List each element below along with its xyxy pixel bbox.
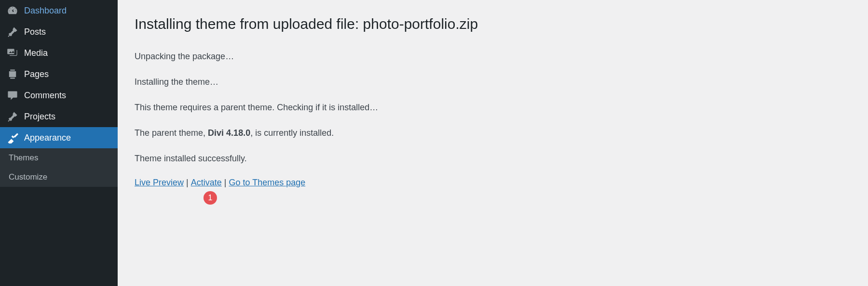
activate-link[interactable]: Activate	[191, 178, 222, 187]
go-themes-link[interactable]: Go to Themes page	[229, 178, 305, 187]
sidebar-item-appearance[interactable]: Appearance	[0, 127, 118, 148]
comments-icon	[7, 90, 18, 101]
submenu-item-label: Themes	[9, 153, 38, 162]
pin-icon	[7, 26, 18, 38]
dashboard-icon	[7, 5, 18, 16]
page-title: Installing theme from uploaded file: pho…	[135, 14, 851, 33]
admin-sidebar: Dashboard Posts Media Pages Comments Pro…	[0, 0, 118, 286]
submenu-item-customize[interactable]: Customize	[0, 168, 118, 187]
status-success: Theme installed successfully.	[135, 152, 851, 165]
sidebar-item-label: Pages	[24, 69, 49, 79]
status-parent-installed: The parent theme, Divi 4.18.0, is curren…	[135, 127, 851, 140]
appearance-icon	[7, 132, 18, 143]
status-installing: Installing the theme…	[135, 76, 851, 89]
sidebar-item-projects[interactable]: Projects	[0, 106, 118, 127]
sidebar-item-label: Appearance	[24, 133, 71, 143]
sidebar-item-label: Projects	[24, 112, 55, 122]
annotation-badge: 1	[203, 191, 217, 205]
sidebar-item-dashboard[interactable]: Dashboard	[0, 0, 118, 21]
status-parent-check: This theme requires a parent theme. Chec…	[135, 101, 851, 114]
pin-icon	[7, 111, 18, 122]
sidebar-item-posts[interactable]: Posts	[0, 21, 118, 42]
sidebar-item-label: Dashboard	[24, 6, 67, 16]
submenu-item-themes[interactable]: Themes	[0, 148, 118, 168]
live-preview-link[interactable]: Live Preview	[135, 178, 184, 187]
sidebar-item-comments[interactable]: Comments	[0, 85, 118, 106]
pages-icon	[7, 68, 18, 80]
parent-theme-name: Divi 4.18.0	[208, 128, 250, 138]
action-links: Live Preview|Activate|Go to Themes page …	[135, 178, 851, 188]
sidebar-submenu: Themes Customize	[0, 148, 118, 187]
sidebar-item-label: Media	[24, 48, 48, 58]
submenu-item-label: Customize	[9, 172, 47, 182]
sidebar-item-label: Comments	[24, 91, 66, 101]
sidebar-item-media[interactable]: Media	[0, 42, 118, 64]
media-icon	[7, 47, 18, 59]
status-unpacking: Unpacking the package…	[135, 50, 851, 63]
sidebar-item-pages[interactable]: Pages	[0, 64, 118, 85]
main-content: Installing theme from uploaded file: pho…	[118, 0, 868, 286]
sidebar-item-label: Posts	[24, 27, 46, 37]
